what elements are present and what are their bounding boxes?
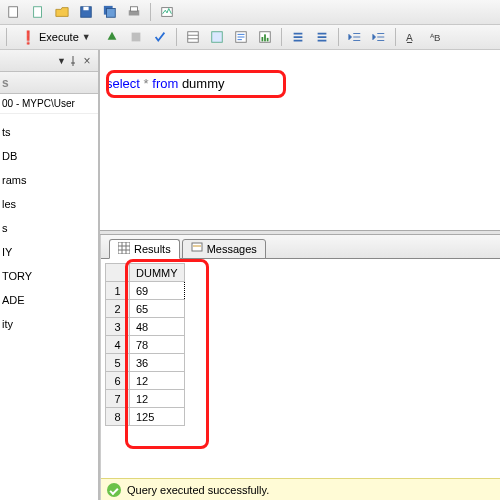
grid-icon — [118, 242, 130, 256]
execute-label: Execute — [39, 31, 79, 43]
svg-rect-3 — [83, 7, 88, 11]
tab-label: Results — [134, 243, 171, 255]
cell[interactable]: 69 — [130, 282, 185, 300]
svg-rect-13 — [211, 32, 222, 43]
row-header[interactable]: 4 — [106, 336, 130, 354]
main-toolbar-1 — [0, 0, 500, 25]
column-header[interactable]: DUMMY — [130, 264, 185, 282]
execute-icon: ❗ — [20, 30, 36, 45]
tree-item[interactable]: ity — [0, 312, 98, 336]
svg-rect-0 — [9, 7, 18, 18]
new-query-icon[interactable] — [4, 2, 24, 22]
toggle-case-icon[interactable]: ᴬB — [426, 27, 446, 47]
code-line: select * from dummy — [106, 76, 500, 91]
svg-rect-9 — [131, 33, 140, 42]
svg-rect-21 — [118, 242, 130, 254]
tree-item[interactable]: TORY — [0, 264, 98, 288]
save-all-icon[interactable] — [100, 2, 120, 22]
save-icon[interactable] — [76, 2, 96, 22]
corner-cell[interactable] — [106, 264, 130, 282]
svg-rect-17 — [264, 34, 266, 41]
table-row: 8125 — [106, 408, 185, 426]
table-row: 536 — [106, 354, 185, 372]
outdent-icon[interactable] — [345, 27, 365, 47]
table-row: 265 — [106, 300, 185, 318]
svg-rect-10 — [187, 32, 198, 43]
cell[interactable]: 12 — [130, 372, 185, 390]
execute-button[interactable]: ❗ Execute ▼ — [13, 27, 98, 47]
results-pane: Results Messages DUMMY 169 265 348 478 — [100, 235, 500, 500]
cell[interactable]: 48 — [130, 318, 185, 336]
new-file-icon[interactable] — [28, 2, 48, 22]
tree-item[interactable]: les — [0, 192, 98, 216]
svg-rect-16 — [261, 37, 263, 41]
specify-values-icon[interactable]: A̲ — [402, 27, 422, 47]
client-stats-icon[interactable] — [255, 27, 275, 47]
table-row: 348 — [106, 318, 185, 336]
svg-rect-26 — [192, 243, 202, 251]
explorer-title: s — [0, 72, 98, 94]
cell[interactable]: 36 — [130, 354, 185, 372]
show-plan-icon[interactable] — [207, 27, 227, 47]
dropdown-icon[interactable]: ▼ — [57, 56, 66, 66]
server-node[interactable]: 00 - MYPC\User — [0, 94, 98, 114]
result-tab-row: Results Messages — [101, 235, 500, 259]
dropdown-icon: ▼ — [82, 32, 91, 42]
row-header[interactable]: 1 — [106, 282, 130, 300]
cell[interactable]: 125 — [130, 408, 185, 426]
open-icon[interactable] — [52, 2, 72, 22]
print-icon[interactable] — [124, 2, 144, 22]
results-grid-icon[interactable] — [183, 27, 203, 47]
cell[interactable]: 78 — [130, 336, 185, 354]
stop-icon[interactable] — [126, 27, 146, 47]
pin-icon[interactable] — [68, 56, 78, 66]
include-plan-icon[interactable] — [231, 27, 251, 47]
table-row: 169 — [106, 282, 185, 300]
row-header[interactable]: 3 — [106, 318, 130, 336]
success-icon — [107, 483, 121, 497]
tree-item[interactable]: DB — [0, 144, 98, 168]
debug-icon[interactable] — [102, 27, 122, 47]
object-explorer: ▼ × s 00 - MYPC\User ts DB rams les s IY… — [0, 50, 100, 500]
parse-icon[interactable] — [150, 27, 170, 47]
status-message: Query executed successfully. — [127, 484, 269, 496]
indent-icon[interactable] — [369, 27, 389, 47]
tab-results[interactable]: Results — [109, 239, 180, 259]
object-tree[interactable]: ts DB rams les s IY TORY ADE ity — [0, 114, 98, 500]
main-toolbar-2: ❗ Execute ▼ A̲ ᴬB — [0, 25, 500, 50]
svg-text:A̲: A̲ — [406, 32, 413, 43]
row-header[interactable]: 8 — [106, 408, 130, 426]
cell[interactable]: 65 — [130, 300, 185, 318]
row-header[interactable]: 5 — [106, 354, 130, 372]
tree-item[interactable]: rams — [0, 168, 98, 192]
svg-text:ᴬB: ᴬB — [430, 32, 440, 43]
activity-icon[interactable] — [157, 2, 177, 22]
svg-rect-18 — [266, 38, 268, 42]
comment-icon[interactable] — [288, 27, 308, 47]
explorer-header: ▼ × — [0, 50, 98, 72]
svg-rect-1 — [34, 7, 42, 18]
table-row: 712 — [106, 390, 185, 408]
tree-item[interactable]: IY — [0, 240, 98, 264]
close-icon[interactable]: × — [80, 54, 94, 68]
tree-item[interactable]: ADE — [0, 288, 98, 312]
results-grid-wrap[interactable]: DUMMY 169 265 348 478 536 612 712 8125 — [101, 259, 500, 478]
svg-rect-7 — [131, 7, 138, 11]
row-header[interactable]: 6 — [106, 372, 130, 390]
tab-messages[interactable]: Messages — [182, 239, 266, 259]
svg-rect-5 — [107, 9, 116, 18]
messages-icon — [191, 242, 203, 256]
sql-editor[interactable]: select * from dummy — [100, 50, 500, 230]
tree-item[interactable]: ts — [0, 120, 98, 144]
tab-label: Messages — [207, 243, 257, 255]
table-row: 478 — [106, 336, 185, 354]
status-bar: Query executed successfully. — [101, 478, 500, 500]
results-grid: DUMMY 169 265 348 478 536 612 712 8125 — [105, 263, 185, 426]
cell[interactable]: 12 — [130, 390, 185, 408]
row-header[interactable]: 2 — [106, 300, 130, 318]
row-header[interactable]: 7 — [106, 390, 130, 408]
table-row: 612 — [106, 372, 185, 390]
tree-item[interactable]: s — [0, 216, 98, 240]
uncomment-icon[interactable] — [312, 27, 332, 47]
